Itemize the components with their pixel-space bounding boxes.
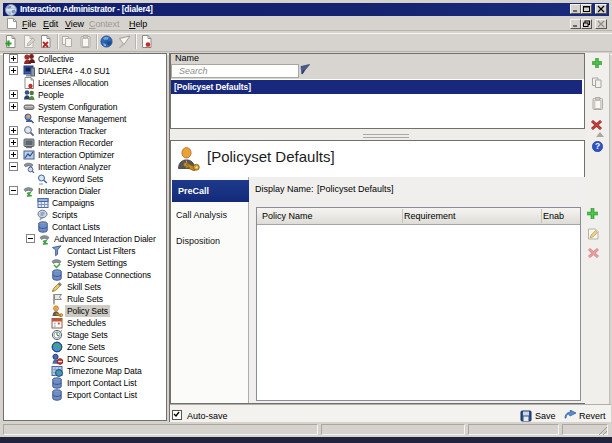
svg-text:?: ? bbox=[595, 141, 600, 151]
